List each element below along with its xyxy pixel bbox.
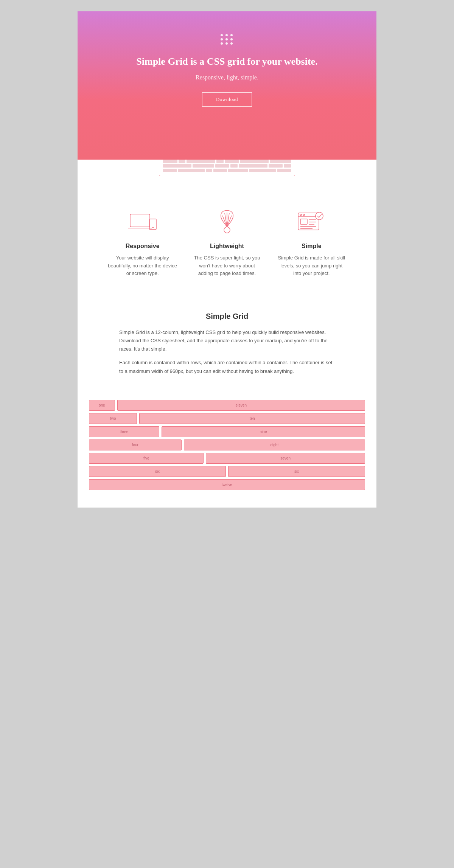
- simple-icon: [277, 210, 346, 237]
- feature-lightweight: Lightweight The CSS is super light, so y…: [185, 210, 269, 278]
- demo-cell-one: one: [89, 400, 115, 411]
- features-section: Responsive Your website will display bea…: [78, 191, 376, 293]
- demo-cell-nine: nine: [162, 426, 365, 437]
- demo-cell-six-b: six: [228, 466, 365, 477]
- svg-point-21: [316, 212, 323, 220]
- demo-row-3: three nine: [89, 426, 365, 437]
- demo-cell-three: three: [89, 426, 159, 437]
- svg-point-5: [224, 227, 230, 233]
- page-wrapper: Simple Grid is a CSS grid for your websi…: [78, 11, 376, 508]
- info-paragraph-2: Each column is contained within rows, wh…: [119, 359, 335, 375]
- demo-row-7: twelve: [89, 479, 365, 490]
- hero-subtitle: Responsive, light, simple.: [85, 74, 369, 81]
- info-title: Simple Grid: [119, 312, 335, 321]
- demo-cell-four: four: [89, 439, 182, 450]
- demo-cell-two: two: [89, 413, 137, 424]
- grid-demo-section: one eleven two ten three nine four eight…: [78, 396, 376, 508]
- section-divider: [197, 293, 257, 293]
- demo-row-2: two ten: [89, 413, 365, 424]
- svg-line-9: [227, 213, 229, 227]
- svg-rect-15: [300, 219, 307, 224]
- svg-rect-0: [130, 214, 150, 227]
- svg-point-14: [303, 214, 305, 216]
- demo-cell-eleven: eleven: [117, 400, 365, 411]
- feature-responsive-title: Responsive: [108, 243, 177, 250]
- svg-line-7: [225, 213, 227, 227]
- hero-title: Simple Grid is a CSS grid for your websi…: [85, 55, 369, 68]
- demo-row-6: six six: [89, 466, 365, 477]
- feature-responsive-desc: Your website will display beautifully, n…: [108, 254, 177, 278]
- demo-cell-seven: seven: [206, 453, 365, 464]
- info-section: Simple Grid Simple Grid is a 12-column, …: [78, 312, 376, 396]
- demo-cell-ten: ten: [139, 413, 365, 424]
- demo-cell-five: five: [89, 453, 204, 464]
- svg-point-13: [300, 214, 302, 216]
- lightweight-icon: [192, 210, 261, 237]
- demo-row-4: four eight: [89, 439, 365, 450]
- feature-lightweight-title: Lightweight: [192, 243, 261, 250]
- hero-section: Simple Grid is a CSS grid for your websi…: [78, 11, 376, 160]
- demo-cell-twelve: twelve: [89, 479, 365, 490]
- demo-cell-eight: eight: [184, 439, 365, 450]
- responsive-icon: [108, 210, 177, 237]
- demo-row-5: five seven: [89, 453, 365, 464]
- feature-simple-desc: Simple Grid is made for all skill levels…: [277, 254, 346, 278]
- feature-lightweight-desc: The CSS is super light, so you won't hav…: [192, 254, 261, 278]
- dots-grid-icon: [85, 34, 369, 45]
- feature-responsive: Responsive Your website will display bea…: [100, 210, 185, 278]
- download-button[interactable]: Download: [202, 92, 252, 107]
- feature-simple-title: Simple: [277, 243, 346, 250]
- demo-cell-six-a: six: [89, 466, 226, 477]
- demo-row-1: one eleven: [89, 400, 365, 411]
- feature-simple: Simple Simple Grid is made for all skill…: [269, 210, 354, 278]
- info-paragraph-1: Simple Grid is a 12-column, lightweight …: [119, 328, 335, 353]
